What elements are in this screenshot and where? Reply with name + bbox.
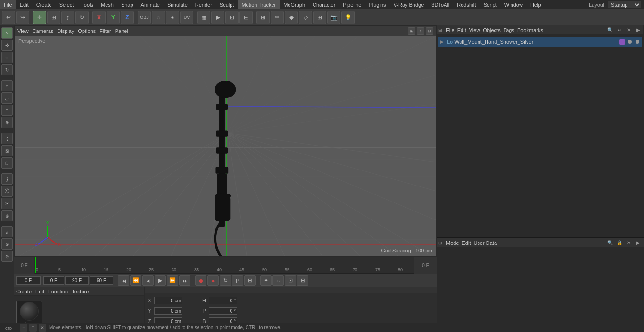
menu-window[interactable]: Window (501, 0, 527, 9)
record-button[interactable]: ⏺ (195, 275, 206, 286)
menu-edit[interactable]: Edit (16, 0, 33, 9)
menu-mograph[interactable]: MoGraph (280, 0, 309, 9)
attrs-search-btn[interactable]: 🔍 (606, 239, 614, 247)
viewport-options-menu[interactable]: Options (78, 28, 96, 34)
layout-select[interactable]: Startup Standard Animate (608, 1, 641, 8)
attrs-mode-menu[interactable]: Mode (446, 240, 459, 246)
timeline-area[interactable]: 0 F 0 5 10 15 20 25 30 35 40 45 50 55 60… (14, 257, 437, 274)
materials-edit[interactable]: Edit (35, 289, 44, 294)
loop-button[interactable]: ↻ (220, 275, 231, 286)
sidebar-knife-btn[interactable]: ✂ (1, 198, 13, 209)
objects-objects-menu[interactable]: Objects (483, 27, 500, 33)
diamond-button[interactable]: ◇ (299, 11, 312, 24)
play-mode-button[interactable]: P (232, 275, 243, 286)
axis-y-button[interactable]: Y (107, 11, 120, 24)
object-mode-button[interactable]: OBJ (138, 11, 151, 24)
render-preview-button[interactable]: ⊞ (244, 275, 256, 286)
sidebar-gen-btn[interactable]: ⊕ (1, 117, 13, 128)
attrs-close-btn[interactable]: ✕ (625, 239, 633, 247)
move-key-button[interactable]: ↔ (272, 275, 284, 286)
timeline-button[interactable]: ⊡ (285, 275, 296, 286)
sidebar-spline-btn[interactable]: ◡ (1, 92, 13, 104)
object-expand-icon[interactable]: ▶ (440, 40, 445, 44)
sidebar-deform-btn[interactable]: ⊓ (1, 105, 13, 116)
h-rot-input[interactable] (209, 297, 237, 304)
render-viewport-button[interactable]: ⊡ (225, 11, 239, 24)
objects-edit-menu[interactable]: Edit (457, 27, 466, 33)
end-frame-input1[interactable] (65, 276, 89, 285)
start-frame-input[interactable] (43, 276, 64, 285)
render-to-po-button[interactable]: ⊟ (239, 11, 253, 24)
sidebar-select-btn[interactable]: ↖ (1, 27, 13, 39)
object-row-shower[interactable]: ▶ Lo Wall_Mount_Hand_Shower_Silver (438, 37, 642, 47)
axis-z-button[interactable]: Z (121, 11, 134, 24)
menu-vray[interactable]: V-Ray Bridge (390, 0, 428, 9)
play-button[interactable]: ▶ (155, 275, 166, 286)
p-rot-input[interactable] (209, 307, 237, 315)
sidebar-smooth-btn[interactable]: ⊜ (1, 251, 13, 262)
grid-button[interactable]: ⊞ (313, 11, 326, 24)
end-frame-input2[interactable] (90, 276, 113, 285)
objects-file-menu[interactable]: File (446, 27, 454, 33)
pen-button[interactable]: ✏ (271, 11, 284, 24)
magnet-button[interactable]: ◆ (285, 11, 298, 24)
timeline-ruler[interactable]: 0 5 10 15 20 25 30 35 40 45 50 55 60 65 … (35, 257, 414, 274)
x-pos-input[interactable] (154, 297, 182, 304)
sidebar-obj-btn[interactable]: ○ (1, 80, 13, 91)
menu-animate[interactable]: Animate (137, 0, 164, 9)
undo-button[interactable]: ↩ (2, 11, 15, 24)
sidebar-twist-btn[interactable]: ⊗ (1, 238, 13, 250)
viewport-view-menu[interactable]: View (17, 28, 29, 34)
sidebar-patch-btn[interactable]: ⊠ (1, 145, 13, 156)
viewport-panel-menu[interactable]: Panel (115, 28, 128, 34)
menu-pipeline[interactable]: Pipeline (339, 0, 365, 9)
cube-button[interactable]: ⊞ (256, 11, 270, 24)
viewport-cameras-menu[interactable]: Cameras (33, 28, 54, 34)
materials-create[interactable]: Create (16, 289, 32, 294)
menu-script[interactable]: Script (480, 0, 501, 9)
menu-motion-tracker[interactable]: Motion Tracker (238, 0, 280, 9)
objects-close-btn[interactable]: ✕ (625, 26, 633, 34)
select-mode-button[interactable]: ✛ (33, 11, 46, 24)
menu-create[interactable]: Create (33, 0, 56, 9)
menu-select[interactable]: Select (56, 0, 78, 9)
menu-snap[interactable]: Snap (117, 0, 137, 9)
sidebar-brush-btn[interactable]: ⟆ (1, 173, 13, 185)
viewport-filter-menu[interactable]: Filter (99, 28, 111, 34)
viewport-display-menu[interactable]: Display (57, 28, 74, 34)
objects-tags-menu[interactable]: Tags (504, 27, 514, 33)
play-reverse-button[interactable]: ◄ (142, 275, 154, 286)
step-forward-button[interactable]: ⏩ (167, 275, 178, 286)
menu-mesh[interactable]: Mesh (97, 0, 117, 9)
light-button[interactable]: 💡 (341, 11, 355, 24)
menu-character[interactable]: Character (309, 0, 339, 9)
render-active-button[interactable]: ▶ (211, 11, 224, 24)
viewport-corner-btn1[interactable]: ⊞ (408, 27, 415, 35)
sidebar-rotate-btn[interactable]: ↻ (1, 64, 13, 75)
current-frame-input[interactable] (16, 276, 41, 285)
objects-bookmarks-menu[interactable]: Bookmarks (517, 27, 543, 33)
record-auto-button[interactable]: ● (207, 275, 219, 286)
uv-mode-button[interactable]: UV (180, 11, 193, 24)
menu-plugins[interactable]: Plugins (365, 0, 389, 9)
status-restore-btn[interactable]: □ (29, 324, 37, 332)
menu-simulate[interactable]: Simulate (164, 0, 191, 9)
object-visibility-dot1[interactable] (628, 40, 632, 44)
status-minimize-btn[interactable]: − (20, 324, 27, 332)
poly-mode-button[interactable]: ◈ (166, 11, 179, 24)
axis-x-button[interactable]: X (92, 11, 106, 24)
attrs-userdata-menu[interactable]: User Data (474, 240, 497, 246)
scale-button[interactable]: ↕ (61, 11, 74, 24)
materials-texture[interactable]: Texture (72, 289, 89, 294)
menu-help[interactable]: Help (527, 0, 545, 9)
sidebar-subdiv-btn[interactable]: ⬡ (1, 157, 13, 169)
objects-view-menu[interactable]: View (469, 27, 480, 33)
viewport-corner-btn3[interactable]: ⊡ (426, 27, 433, 35)
attrs-expand-btn[interactable]: ▶ (635, 239, 642, 247)
move-button[interactable]: ⊞ (47, 11, 60, 24)
sidebar-magnet-btn[interactable]: ⊛ (1, 210, 13, 221)
go-to-start-button[interactable]: ⏮ (118, 275, 129, 286)
y-pos-input[interactable] (154, 307, 182, 315)
objects-refresh-btn[interactable]: ↩ (616, 26, 623, 34)
sidebar-scale-btn[interactable]: ↔ (1, 52, 13, 63)
